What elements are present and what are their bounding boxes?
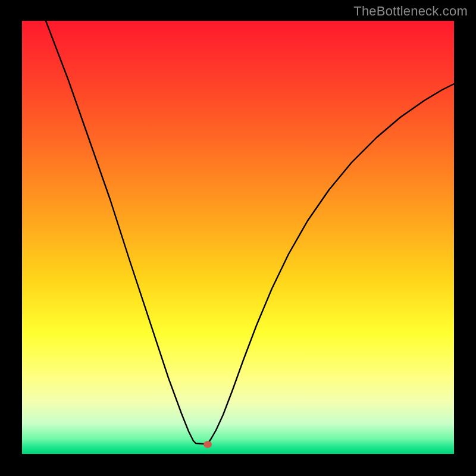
chart-svg (22, 21, 454, 454)
chart-plot-area (22, 21, 454, 454)
watermark-text: TheBottleneck.com (353, 4, 468, 19)
minimum-marker (203, 441, 212, 448)
chart-frame: TheBottleneck.com (0, 0, 476, 476)
bottleneck-curve (46, 21, 454, 444)
